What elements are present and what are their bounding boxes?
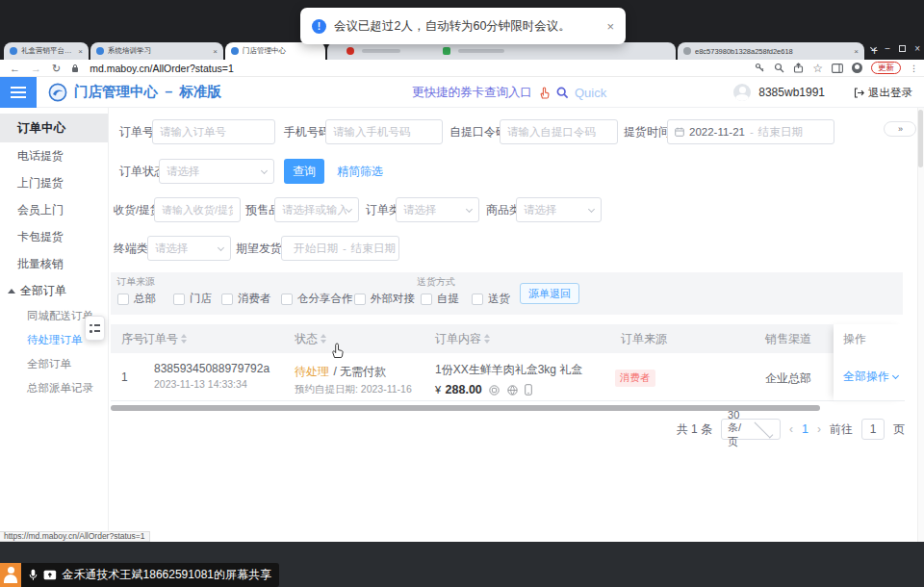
hamburger-menu-icon[interactable]: [0, 77, 37, 108]
next-page-button[interactable]: ›: [817, 422, 821, 436]
checkbox-external[interactable]: 外部对接: [354, 292, 415, 306]
sidebar-item-batch-verify[interactable]: 批量核销: [0, 250, 108, 277]
quick-label[interactable]: Quick: [575, 86, 606, 100]
page-size-value: 30条/页: [728, 409, 749, 449]
tab-close-icon[interactable]: ×: [213, 47, 218, 56]
user-avatar[interactable]: [733, 84, 751, 101]
browser-tab-2[interactable]: 系统培训学习 ×: [90, 42, 223, 60]
collapse-search-button[interactable]: »: [884, 121, 916, 137]
browser-menu-icon[interactable]: ⋮: [910, 64, 918, 73]
sidebar-item-card-pickup[interactable]: 卡包提货: [0, 223, 108, 250]
terminal-type-select[interactable]: 请选择: [147, 236, 231, 261]
tab-close-icon[interactable]: ×: [78, 47, 83, 56]
sort-icons[interactable]: [484, 334, 490, 344]
sidebar-item-all-orders[interactable]: 全部订单: [0, 352, 108, 376]
col-order-no[interactable]: 订单号: [143, 324, 187, 353]
checkbox-hq[interactable]: 总部: [117, 292, 156, 306]
range-separator: -: [343, 242, 346, 254]
calendar-icon: [675, 127, 684, 137]
scrollbar-thumb[interactable]: [918, 110, 923, 167]
collapse-triangle-icon: [8, 289, 15, 294]
col-status[interactable]: 状态: [295, 324, 326, 353]
share-icon[interactable]: [793, 63, 804, 73]
sort-icons[interactable]: [181, 334, 187, 344]
browser-tab-active[interactable]: 门店管理中心: [225, 42, 325, 60]
maximize-button[interactable]: [899, 45, 906, 52]
back-icon[interactable]: ←: [10, 61, 20, 76]
current-page[interactable]: 1: [802, 422, 808, 436]
vertical-scrollbar[interactable]: [917, 108, 924, 542]
checkbox-self-pickup[interactable]: 自提: [421, 292, 459, 306]
close-window-button[interactable]: ×: [914, 43, 920, 54]
meeting-app-icon[interactable]: [0, 563, 21, 587]
all-operations-dropdown[interactable]: 全部操作: [834, 353, 905, 401]
screen-share-bar: 金禾通技术王斌18662591081的屏幕共享: [21, 563, 279, 587]
order-no-label: 订单号: [119, 119, 154, 144]
url-text[interactable]: md.maboy.cn/AllOrder?status=1: [90, 63, 234, 74]
tab-close-icon[interactable]: ×: [854, 47, 859, 56]
sidebar-item-hq-dispatch[interactable]: 总部派单记录: [0, 376, 108, 400]
profile-avatar[interactable]: [852, 63, 862, 73]
screen-share-icon: [43, 570, 57, 580]
goods-type-select[interactable]: 请选择: [516, 197, 602, 222]
checkbox-icon[interactable]: [281, 294, 293, 305]
tab-favicon: [231, 47, 239, 55]
checkbox-icon[interactable]: [221, 294, 233, 305]
coupon-entry-link[interactable]: 更快捷的券卡查询入口: [412, 85, 532, 101]
order-no-input[interactable]: [152, 119, 275, 144]
order-status-select[interactable]: 请选择: [159, 159, 274, 184]
side-panel-icon[interactable]: [832, 64, 843, 73]
forward-icon[interactable]: →: [31, 61, 41, 76]
checkbox-icon[interactable]: [472, 294, 483, 305]
quick-search-icon[interactable]: [556, 87, 569, 99]
prev-page-button[interactable]: ‹: [789, 422, 793, 436]
phone-input[interactable]: [325, 119, 443, 144]
sidebar-item-door-pickup[interactable]: 上门提货: [0, 169, 108, 196]
update-button[interactable]: 更新: [871, 62, 901, 74]
presale-brand-select[interactable]: 请选择或输入: [274, 197, 359, 222]
tab-favicon-red: [346, 47, 354, 55]
reload-icon[interactable]: ↻: [52, 61, 61, 76]
sidebar-group-all-orders[interactable]: 全部订单: [0, 277, 108, 304]
page-size-select[interactable]: 30条/页: [721, 419, 781, 440]
currency-symbol: ¥: [435, 384, 441, 396]
zoom-icon[interactable]: [774, 63, 784, 73]
simple-filter-link[interactable]: 精简筛选: [337, 159, 383, 184]
checkbox-icon[interactable]: [117, 294, 129, 305]
select-placeholder: 请选择: [167, 165, 262, 179]
checkbox-delivery[interactable]: 送货: [472, 292, 510, 306]
browser-tabs-hidden[interactable]: [327, 42, 676, 60]
order-type-select[interactable]: 请选择: [396, 197, 479, 222]
checkbox-warehouse-share[interactable]: 仓分享合作: [281, 292, 353, 306]
col-channel: 销售渠道: [765, 324, 811, 353]
sidebar-item-phone-pickup[interactable]: 电话提货: [0, 142, 108, 169]
key-icon[interactable]: [755, 63, 765, 73]
sidebar-drag-handle[interactable]: [85, 316, 105, 341]
table-row[interactable]: 1 83859345088979792a 2023-11-13 14:33:34…: [111, 353, 905, 401]
minimize-button[interactable]: −: [885, 43, 890, 54]
bookmark-star-icon[interactable]: ☆: [812, 61, 823, 76]
goto-page-input[interactable]: [861, 419, 885, 440]
checkbox-icon[interactable]: [173, 294, 185, 305]
checkbox-icon[interactable]: [354, 294, 366, 305]
pickup-time-range[interactable]: 2022-11-21 - 结束日期: [667, 119, 834, 144]
pickup-code-input[interactable]: [500, 119, 618, 144]
logout-button[interactable]: 退出登录: [854, 86, 912, 100]
order-no[interactable]: 83859345088979792a: [154, 362, 270, 375]
browser-tab-hash[interactable]: e8c573980b1328a258fd2e618 ×: [678, 42, 864, 60]
chevron-down-icon[interactable]: [870, 43, 877, 50]
source-order-return-button[interactable]: 源单退回: [520, 283, 579, 304]
sidebar-item-member-visit[interactable]: 会员上门: [0, 196, 108, 223]
receiver-input[interactable]: [154, 197, 241, 222]
col-content[interactable]: 订单内容: [435, 324, 490, 353]
search-button[interactable]: 查询: [284, 159, 324, 184]
horizontal-scrollbar[interactable]: [111, 405, 820, 411]
checkbox-consumer[interactable]: 消费者: [221, 292, 271, 306]
order-created-time: 2023-11-13 14:33:34: [154, 378, 270, 390]
expect-date-range[interactable]: 开始日期 - 结束日期: [281, 236, 399, 261]
toast-close-icon[interactable]: ×: [606, 19, 614, 34]
checkbox-store[interactable]: 门店: [173, 292, 212, 306]
sort-icons[interactable]: [321, 334, 326, 344]
checkbox-icon[interactable]: [421, 294, 432, 305]
browser-tab-1[interactable]: 礼盒营销平台管理中心 ×: [4, 42, 89, 60]
